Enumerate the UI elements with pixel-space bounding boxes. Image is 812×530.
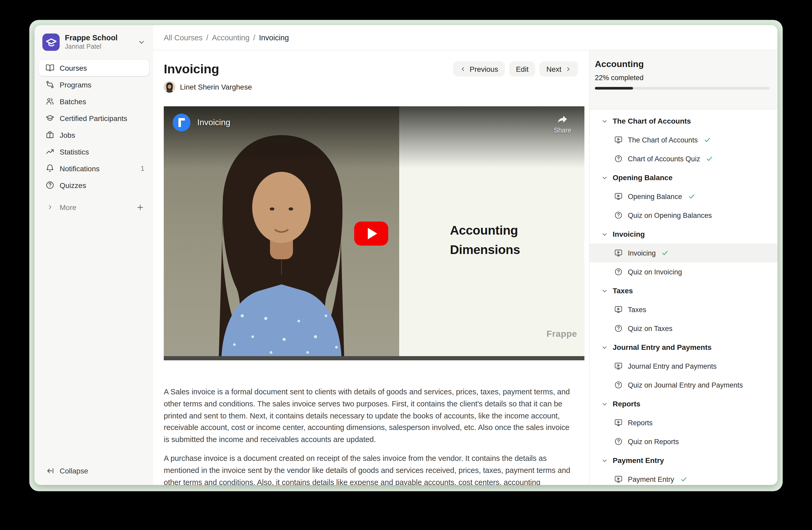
sidebar-item-jobs[interactable]: Jobs (39, 127, 149, 143)
lesson-paragraph: A Sales invoice is a formal document sen… (164, 386, 584, 446)
chapter-row[interactable]: Reports (590, 394, 778, 413)
progress-bar (595, 87, 770, 89)
breadcrumb-separator: / (253, 33, 255, 42)
play-icon (367, 228, 377, 239)
lesson-nav-buttons: Previous Edit Next (453, 61, 578, 76)
chevron-down-icon (601, 174, 608, 181)
briefcase-icon (45, 130, 54, 139)
progress-label: 22% completed (595, 74, 769, 82)
chevron-down-icon (601, 457, 608, 464)
chapter-row[interactable]: Taxes (590, 281, 778, 300)
sidebar-item-notifications[interactable]: Notifications 1 (39, 160, 149, 177)
sidebar-item-label: Quizzes (60, 181, 86, 189)
play-button[interactable] (354, 222, 388, 246)
chevron-down-icon[interactable] (137, 38, 145, 46)
frappe-f-icon (173, 114, 190, 131)
lesson-row[interactable]: Payment Entry (590, 470, 778, 485)
sidebar-item-label: Jobs (60, 131, 75, 139)
graduation-cap-logo-icon (45, 36, 57, 48)
sidebar-item-statistics[interactable]: Statistics (39, 143, 149, 160)
frappe-school-logo (42, 33, 60, 51)
completed-check-icon (704, 136, 711, 143)
screen: Frappe School Jannat Patel Courses Progr… (0, 0, 812, 530)
chapter-row[interactable]: Journal Entry and Payments (590, 338, 778, 357)
slide-title: Accounting Dimensions (450, 221, 520, 259)
chapter-row[interactable]: Payment Entry (590, 451, 778, 470)
chevron-left-icon (460, 66, 466, 72)
sidebar-item-courses[interactable]: Courses (39, 60, 149, 76)
chapter-row[interactable]: Invoicing (590, 225, 778, 243)
video-lesson-icon (614, 249, 623, 257)
video-lesson-icon (614, 305, 623, 314)
plus-icon[interactable] (136, 203, 144, 211)
next-button[interactable]: Next (539, 61, 578, 76)
app-window: Frappe School Jannat Patel Courses Progr… (34, 25, 778, 485)
channel-avatar[interactable] (173, 114, 190, 131)
completed-check-icon (680, 476, 687, 483)
breadcrumb-accounting[interactable]: Accounting (212, 33, 249, 42)
author-avatar (164, 81, 175, 93)
lesson-row[interactable]: The Chart of Accounts (590, 130, 778, 149)
sidebar-item-quizzes[interactable]: Quizzes (39, 177, 149, 193)
workspace-labels: Frappe School Jannat Patel (65, 33, 137, 51)
lesson-row[interactable]: Quiz on Taxes (590, 319, 778, 338)
progress-fill (595, 87, 633, 89)
sidebar-item-certified-participants[interactable]: Certified Participants (39, 110, 149, 126)
edit-button[interactable]: Edit (509, 61, 535, 76)
quiz-icon (614, 154, 623, 163)
lesson-row[interactable]: Quiz on Reports (590, 432, 778, 451)
chapter-row[interactable]: The Chart of Accounts (590, 112, 778, 130)
programs-icon (45, 80, 54, 89)
lesson-main: Invoicing Previous Edit Next (153, 50, 589, 485)
share-icon (556, 113, 569, 125)
chapter-row[interactable]: Opening Balance (590, 168, 778, 187)
collapse-icon (45, 466, 54, 475)
video-overlay-title[interactable]: Invoicing (197, 118, 230, 127)
lesson-row[interactable]: Reports (590, 413, 778, 432)
school-name: Frappe School (65, 33, 137, 42)
breadcrumb-current: Invoicing (259, 33, 289, 42)
lesson-row[interactable]: Quiz on Journal Entry and Payments (590, 376, 778, 394)
sidebar-item-programs[interactable]: Programs (39, 76, 149, 93)
lesson-row[interactable]: Chart of Accounts Quiz (590, 149, 778, 168)
author-name: Linet Sherin Varghese (180, 83, 252, 91)
collapse-sidebar-button[interactable]: Collapse (39, 463, 149, 479)
author-row: Linet Sherin Varghese (164, 81, 584, 93)
video-lesson-icon (614, 136, 623, 144)
course-title: Accounting (595, 59, 769, 70)
lesson-row[interactable]: Quiz on Opening Balances (590, 206, 778, 225)
quiz-icon (614, 381, 623, 389)
share-button[interactable]: Share (554, 113, 571, 134)
sidebar-item-more[interactable]: More (39, 199, 149, 215)
chevron-down-icon (601, 287, 608, 294)
sidebar-item-label: Batches (60, 97, 86, 106)
collapse-label: Collapse (60, 466, 88, 475)
previous-button[interactable]: Previous (453, 61, 505, 76)
lesson-row[interactable]: Taxes (590, 300, 778, 319)
breadcrumb-all-courses[interactable]: All Courses (164, 33, 202, 42)
book-open-icon (45, 64, 54, 72)
graduation-cap-icon (45, 114, 54, 123)
video-lesson-icon (614, 418, 623, 427)
workspace-switcher[interactable]: Frappe School Jannat Patel (39, 33, 149, 51)
lesson-row[interactable]: Opening Balance (590, 187, 778, 206)
quiz-icon (614, 211, 623, 220)
trending-up-icon (45, 147, 54, 156)
sidebar-item-label: Courses (60, 64, 87, 72)
chevron-right-icon (45, 203, 54, 212)
video-player[interactable]: Accounting Dimensions Invoicing (164, 106, 584, 360)
completed-check-icon (662, 249, 669, 256)
quiz-icon (614, 268, 623, 276)
left-sidebar: Frappe School Jannat Patel Courses Progr… (34, 25, 153, 485)
sidebar-item-batches[interactable]: Batches (39, 93, 149, 110)
users-icon (45, 97, 54, 106)
chevron-right-icon (565, 66, 571, 72)
outline-header: Accounting 22% completed (590, 50, 778, 110)
lesson-row[interactable]: Quiz on Invoicing (590, 262, 778, 281)
sidebar-more-label: More (60, 203, 76, 211)
quiz-icon (614, 324, 623, 333)
notification-count-badge: 1 (141, 165, 144, 172)
lesson-row[interactable]: Journal Entry and Payments (590, 357, 778, 376)
share-label: Share (554, 127, 571, 134)
lesson-row-active[interactable]: Invoicing (590, 243, 778, 262)
